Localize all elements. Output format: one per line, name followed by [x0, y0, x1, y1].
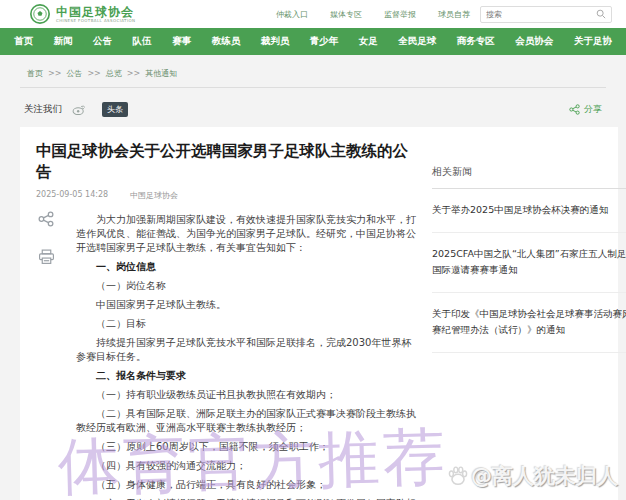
nav-item[interactable]: 会员协会	[515, 35, 553, 48]
breadcrumb-item: 首页	[22, 68, 43, 79]
follow-us-label: 关注我们	[24, 103, 62, 116]
breadcrumb: 首页 >> 公告 >> 总览 >> 其他通知	[20, 55, 606, 88]
search-input[interactable]	[486, 10, 596, 19]
share-nodes-icon[interactable]	[38, 211, 54, 227]
nav-item[interactable]: 全民足球	[398, 35, 436, 48]
weibo-icon[interactable]	[72, 104, 86, 115]
article-meta: 2025-09-05 14:28 中国足球协会	[36, 190, 418, 201]
related-news-item[interactable]: 关于印发《中国足球协会社会足球赛事活动赛风赛纪管理办法（试行）》的通知	[432, 293, 626, 353]
top-link[interactable]: 仲裁入口	[276, 9, 308, 20]
article-paragraph: （五）身体健康，品行端正，具有良好的社会形象；	[76, 478, 418, 492]
top-bar: 中国足球协会 CHINESE FOOTBALL ASSOCIATION 仲裁入口…	[0, 0, 626, 28]
related-news-item[interactable]: 关于举办2025中国足球协会杯决赛的通知	[432, 189, 626, 233]
breadcrumb-link[interactable]: 首页	[27, 68, 43, 79]
logo-title: 中国足球协会	[56, 6, 135, 18]
article-tool-rail	[38, 211, 55, 265]
nav-item[interactable]: 裁判员	[261, 35, 290, 48]
share-label: 分享	[584, 103, 602, 116]
article-paragraph: 持续提升国家男子足球队竞技水平和国际足联排名，完成2030年世界杯参赛目标任务。	[76, 336, 418, 364]
breadcrumb-item: >> 其他通知	[127, 68, 177, 79]
related-news-list: 关于举办2025中国足球协会杯决赛的通知2025CFA中国之队“北人集团”石家庄…	[432, 189, 626, 353]
article-paragraph: 中国国家男子足球队主教练。	[76, 298, 418, 312]
article-title: 中国足球协会关于公开选聘国家男子足球队主教练的公告	[36, 141, 418, 183]
top-link[interactable]: 球员自荐	[438, 9, 470, 20]
print-icon[interactable]	[38, 249, 55, 265]
article-paragraph: （三）原则上60周岁以下，国籍不限，须全职工作；	[76, 440, 418, 454]
content-card: 中国足球协会关于公开选聘国家男子足球队主教练的公告 2025-09-05 14:…	[20, 127, 618, 500]
follow-bar: 关注我们 头条 分享	[24, 102, 602, 117]
search-icon[interactable]	[596, 9, 606, 19]
share-icon	[569, 104, 580, 115]
breadcrumb-link[interactable]: 公告	[66, 68, 82, 79]
main-nav: 首页新闻公告队伍赛事教练员裁判员青少年女足全民足球商务专区会员协会关于足协	[0, 28, 626, 55]
article-date: 2025-09-05 14:28	[36, 190, 108, 201]
top-link[interactable]: 监督举报	[384, 9, 416, 20]
breadcrumb-item: >> 总览	[87, 68, 121, 79]
breadcrumb-item: >> 公告	[48, 68, 82, 79]
related-news-title: 相关新闻	[432, 165, 626, 189]
breadcrumb-separator: >>	[127, 69, 140, 78]
nav-item[interactable]: 赛事	[172, 35, 191, 48]
nav-item[interactable]: 商务专区	[457, 35, 495, 48]
breadcrumb-separator: >>	[87, 69, 100, 78]
nav-item[interactable]: 青少年	[310, 35, 339, 48]
logo-subtitle: CHINESE FOOTBALL ASSOCIATION	[56, 18, 135, 23]
nav-item[interactable]: 女足	[359, 35, 378, 48]
article-paragraph: （四）具有较强的沟通交流能力；	[76, 459, 418, 473]
breadcrumb-link[interactable]: 其他通知	[145, 68, 177, 79]
breadcrumb-separator: >>	[48, 69, 61, 78]
nav-item[interactable]: 新闻	[54, 35, 73, 48]
article-source: 中国足球协会	[130, 190, 178, 201]
related-news-item[interactable]: 2025CFA中国之队“北人集团”石家庄五人制足球国际邀请赛赛事通知	[432, 233, 626, 293]
nav-item[interactable]: 队伍	[133, 35, 152, 48]
article: 中国足球协会关于公开选聘国家男子足球队主教练的公告 2025-09-05 14:…	[36, 141, 418, 500]
related-news-panel: 相关新闻 关于举办2025中国足球协会杯决赛的通知2025CFA中国之队“北人集…	[432, 141, 626, 500]
nav-item[interactable]: 首页	[14, 35, 33, 48]
top-links: 仲裁入口媒体专区监督举报球员自荐	[276, 9, 470, 20]
article-paragraph: （二）具有国际足联、洲际足联主办的国家队正式赛事决赛阶段主教练执教经历或有欧洲、…	[76, 407, 418, 435]
search-box	[480, 6, 612, 23]
article-paragraph: 二、报名条件与要求	[76, 369, 418, 383]
site-logo[interactable]: 中国足球协会 CHINESE FOOTBALL ASSOCIATION	[30, 4, 135, 24]
cfa-emblem-icon	[30, 4, 50, 24]
article-paragraph: （二）目标	[76, 317, 418, 331]
top-link[interactable]: 媒体专区	[330, 9, 362, 20]
nav-item[interactable]: 关于足协	[574, 35, 612, 48]
article-paragraph: 一、岗位信息	[76, 260, 418, 274]
article-paragraph: （一）持有职业级教练员证书且执教执照在有效期内；	[76, 388, 418, 402]
nav-item[interactable]: 教练员	[212, 35, 241, 48]
share-button[interactable]: 分享	[569, 103, 602, 116]
article-paragraph: 为大力加强新周期国家队建设，有效快速提升国家队竞技实力和水平，打造作风优良、能征…	[76, 213, 418, 255]
breadcrumb-link[interactable]: 总览	[106, 68, 122, 79]
nav-item[interactable]: 公告	[93, 35, 112, 48]
article-paragraph: （一）岗位名称	[76, 279, 418, 293]
article-body: 为大力加强新周期国家队建设，有效快速提升国家队竞技实力和水平，打造作风优良、能征…	[76, 213, 418, 500]
toutiao-badge[interactable]: 头条	[102, 102, 128, 117]
